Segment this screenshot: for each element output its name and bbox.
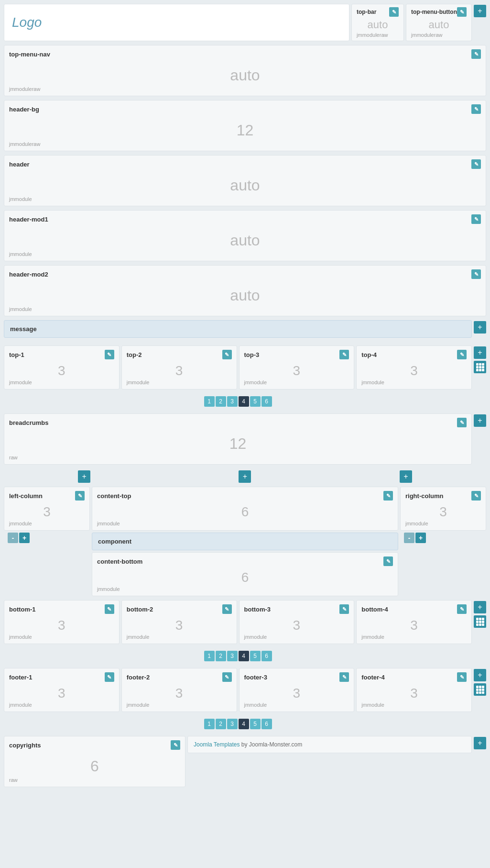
bottom-1-header: bottom-1 ✎	[4, 601, 119, 616]
copyrights-add-buttons: +	[474, 736, 486, 749]
header-edit-icon[interactable]: ✎	[471, 159, 481, 169]
logo-text: Logo	[12, 15, 42, 30]
top-1-box: top-1 ✎ 3 jmmodule	[4, 345, 120, 389]
top-menu-nav-edit-icon[interactable]: ✎	[471, 49, 481, 59]
bottom-page-3[interactable]: 3	[227, 651, 238, 661]
footer-page-4[interactable]: 4	[239, 719, 249, 729]
footer-page-5[interactable]: 5	[250, 719, 261, 729]
top-cols-row: top-1 ✎ 3 jmmodule top-2 ✎ 3 jmmodule	[4, 345, 486, 410]
header-type: jmmodule	[4, 196, 486, 206]
footer-4-type: jmmodule	[357, 702, 471, 712]
header-bg-label: header-bg	[9, 106, 39, 113]
bottom-4-header: bottom-4 ✎	[357, 601, 471, 616]
bottom-page-4[interactable]: 4	[239, 651, 249, 661]
left-column-box: left-column ✎ 3 jmmodule	[4, 487, 90, 531]
message-label: message	[10, 325, 37, 333]
header-mod1-type: jmmodule	[4, 251, 486, 261]
plus-center-icon[interactable]: +	[239, 470, 251, 483]
footer-cols-grid-icon[interactable]	[474, 683, 486, 696]
top-2-type: jmmodule	[122, 379, 237, 389]
right-column-header: right-column ✎	[401, 487, 486, 502]
top-3-type: jmmodule	[240, 379, 354, 389]
top-cols-add-icon[interactable]: +	[474, 346, 486, 359]
right-column-minus-btn[interactable]: -	[404, 533, 414, 543]
content-bottom-value: 6	[92, 568, 398, 586]
copyright-link[interactable]: Joomla Templates	[194, 741, 240, 748]
plus-left-icon[interactable]: +	[78, 470, 90, 483]
top-page-2[interactable]: 2	[216, 396, 226, 407]
bottom-page-1[interactable]: 1	[204, 651, 215, 661]
bottom-cols-add-icon[interactable]: +	[474, 601, 486, 613]
top-3-edit-icon[interactable]: ✎	[339, 350, 349, 359]
page-wrapper: Logo top-bar ✎ auto jmmoduleraw top-menu…	[0, 0, 490, 791]
copyrights-edit-icon[interactable]: ✎	[171, 740, 180, 750]
left-column-size-btns: - +	[4, 531, 90, 546]
top-page-5[interactable]: 5	[250, 396, 261, 407]
footer-page-6[interactable]: 6	[261, 719, 272, 729]
footer-cols-row: footer-1 ✎ 3 jmmodule footer-2 ✎ 3 jmmod…	[4, 668, 486, 732]
left-col-container: left-column ✎ 3 jmmodule - +	[4, 487, 90, 546]
footer-3-edit-icon[interactable]: ✎	[339, 672, 349, 682]
left-column-edit-icon[interactable]: ✎	[75, 491, 85, 501]
header-mod1-section: header-mod1 ✎ auto jmmodule	[4, 210, 486, 261]
footer-4-edit-icon[interactable]: ✎	[457, 672, 467, 682]
top-menu-button-panel: top-menu-button ✎ auto jmmoduleraw	[406, 4, 472, 41]
left-column-plus-btn[interactable]: +	[19, 533, 30, 543]
breadcrumbs-edit-icon[interactable]: ✎	[457, 418, 467, 427]
content-bottom-edit-icon[interactable]: ✎	[383, 556, 393, 566]
bottom-page-6[interactable]: 6	[261, 651, 272, 661]
header-group: header-bg ✎ 12 jmmoduleraw header ✎ auto…	[4, 100, 486, 316]
bottom-cols-grid-icon[interactable]	[474, 615, 486, 628]
left-column-type: jmmodule	[4, 521, 89, 530]
top-4-edit-icon[interactable]: ✎	[457, 350, 467, 359]
content-top-edit-icon[interactable]: ✎	[383, 491, 393, 501]
footer-1-label: footer-1	[9, 674, 32, 681]
top-page-4[interactable]: 4	[239, 396, 249, 407]
top-menu-button-edit-icon[interactable]: ✎	[457, 7, 467, 17]
footer-cols-add-icon[interactable]: +	[474, 669, 486, 681]
left-column-minus-btn[interactable]: -	[8, 533, 18, 543]
bottom-3-edit-icon[interactable]: ✎	[339, 604, 349, 614]
bottom-page-5[interactable]: 5	[250, 651, 261, 661]
bottom-2-header: bottom-2 ✎	[122, 601, 237, 616]
top-1-label: top-1	[9, 351, 24, 358]
right-column-edit-icon[interactable]: ✎	[471, 491, 481, 501]
top-add-icon[interactable]: +	[474, 5, 486, 17]
top-1-edit-icon[interactable]: ✎	[105, 350, 114, 359]
top-cols-grid-icon[interactable]	[474, 361, 486, 373]
footer-1-edit-icon[interactable]: ✎	[105, 672, 114, 682]
header-mod2-edit-icon[interactable]: ✎	[471, 269, 481, 279]
bottom-page-2[interactable]: 2	[216, 651, 226, 661]
breadcrumbs-add-icon[interactable]: +	[474, 414, 486, 427]
footer-2-edit-icon[interactable]: ✎	[222, 672, 232, 682]
footer-3-header: footer-3 ✎	[240, 668, 354, 684]
header-bg-edit-icon[interactable]: ✎	[471, 104, 481, 114]
copyrights-row: copyrights ✎ 6 raw Joomla Templates by J…	[4, 736, 486, 787]
message-add-icon[interactable]: +	[474, 321, 486, 334]
top-page-1[interactable]: 1	[204, 396, 215, 407]
footer-2-type: jmmodule	[122, 702, 237, 712]
header-mod1-edit-icon[interactable]: ✎	[471, 214, 481, 224]
footer-page-3[interactable]: 3	[227, 719, 238, 729]
bottom-4-value: 3	[357, 616, 471, 634]
right-column-plus-btn[interactable]: +	[415, 533, 426, 543]
plus-right-icon[interactable]: +	[400, 470, 412, 483]
bottom-2-box: bottom-2 ✎ 3 jmmodule	[121, 600, 237, 644]
top-page-6[interactable]: 6	[261, 396, 272, 407]
copyrights-add-icon[interactable]: +	[474, 737, 486, 749]
bottom-2-value: 3	[122, 616, 237, 634]
top-bar-edit-icon[interactable]: ✎	[389, 7, 399, 17]
bottom-4-edit-icon[interactable]: ✎	[457, 604, 467, 614]
top-2-edit-icon[interactable]: ✎	[222, 350, 232, 359]
header-mod2-header: header-mod2 ✎	[4, 266, 486, 283]
bottom-1-edit-icon[interactable]: ✎	[105, 604, 114, 614]
footer-page-1[interactable]: 1	[204, 719, 215, 729]
bottom-cols-add-buttons: +	[474, 600, 486, 628]
bottom-2-edit-icon[interactable]: ✎	[222, 604, 232, 614]
footer-page-2[interactable]: 2	[216, 719, 226, 729]
copyright-right-panel: Joomla Templates by Joomla-Monster.com	[187, 736, 472, 753]
top-page-3[interactable]: 3	[227, 396, 238, 407]
header-mod1-value: auto	[4, 228, 486, 251]
footer-1-value: 3	[4, 684, 119, 702]
message-row: message +	[4, 320, 486, 342]
